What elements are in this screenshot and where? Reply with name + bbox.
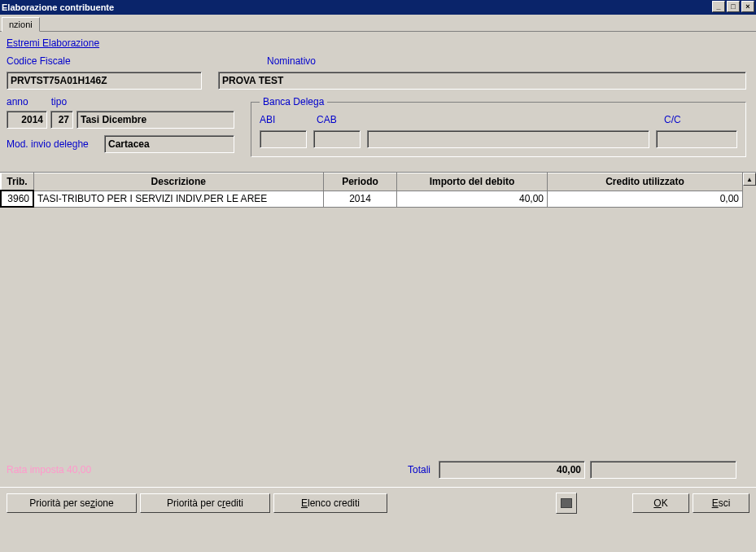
label-anno: anno	[7, 96, 28, 107]
legend-banca-delega: Banca Delega	[260, 96, 327, 107]
label-tipo: tipo	[51, 96, 67, 107]
data-grid[interactable]: Trib. Descrizione Periodo Importo del de…	[0, 173, 743, 208]
codice-fiscale-field[interactable]: PRVTST75A01H146Z	[7, 72, 202, 90]
cab-field[interactable]	[313, 130, 361, 148]
label-cc: C/C	[664, 114, 737, 125]
ok-button[interactable]: OK	[632, 493, 689, 513]
table-row[interactable]: 3960 TASI-TRIBUTO PER I SERVIZI INDIV.PE…	[1, 191, 743, 207]
section-title: Estremi Elaborazione	[7, 37, 749, 49]
priorita-crediti-button[interactable]: Priorità per crediti	[140, 493, 270, 513]
minimize-button[interactable]: _	[712, 1, 725, 12]
square-action-button[interactable]	[556, 493, 577, 514]
label-abi: ABI	[260, 114, 300, 125]
cell-importo[interactable]: 40,00	[397, 191, 548, 207]
col-periodo[interactable]: Periodo	[324, 173, 397, 191]
esci-button[interactable]: Esci	[693, 493, 749, 513]
priorita-sezione-button[interactable]: Priorità per sezione	[7, 493, 137, 513]
cell-trib[interactable]: 3960	[1, 191, 33, 207]
elenco-crediti-button[interactable]: Elenco crediti	[273, 493, 387, 513]
maximize-button[interactable]: □	[727, 1, 740, 12]
col-descrizione[interactable]: Descrizione	[33, 173, 324, 191]
cell-credito[interactable]: 0,00	[548, 191, 743, 207]
col-credito[interactable]: Credito utilizzato	[548, 173, 743, 191]
col-importo[interactable]: Importo del debito	[397, 173, 548, 191]
label-mod-invio: Mod. invio deleghe	[7, 138, 96, 150]
title-bar: Elaborazione contribuente _ □ ×	[0, 0, 756, 15]
banca-delega-group: Banca Delega ABI CAB C/C	[251, 96, 746, 157]
menu-bar: nzioni	[0, 15, 756, 33]
cell-periodo[interactable]: 2014	[324, 191, 397, 207]
col-trib[interactable]: Trib.	[1, 173, 33, 191]
vertical-scrollbar[interactable]: ▲	[743, 173, 756, 458]
footer-hidden-text: Rata imposta 40,00	[7, 464, 91, 475]
total-credito-field	[590, 461, 736, 479]
banca-descr-field[interactable]	[367, 130, 649, 148]
cell-descrizione[interactable]: TASI-TRIBUTO PER I SERVIZI INDIV.PER LE …	[33, 191, 324, 207]
close-button[interactable]: ×	[741, 1, 754, 12]
grid-header-row: Trib. Descrizione Periodo Importo del de…	[1, 173, 743, 191]
tipo-descr-field: Tasi Dicembre	[76, 111, 234, 129]
label-cab: CAB	[317, 114, 357, 125]
label-codice-fiscale: Codice Fiscale	[7, 55, 234, 67]
nominativo-field[interactable]: PROVA TEST	[218, 72, 746, 90]
abi-field[interactable]	[260, 130, 307, 148]
anno-field[interactable]: 2014	[7, 111, 47, 129]
cc-field[interactable]	[656, 130, 737, 148]
stop-icon	[561, 498, 572, 508]
mod-invio-field[interactable]: Cartacea	[104, 135, 234, 153]
tab-nzioni[interactable]: nzioni	[2, 17, 40, 32]
label-totali: Totali	[408, 464, 430, 475]
scroll-up-button[interactable]: ▲	[743, 173, 756, 186]
total-importo-field: 40,00	[439, 461, 585, 479]
window-title: Elaborazione contribuente	[2, 2, 114, 12]
label-nominativo: Nominativo	[267, 55, 749, 67]
tipo-field[interactable]: 27	[50, 111, 73, 129]
